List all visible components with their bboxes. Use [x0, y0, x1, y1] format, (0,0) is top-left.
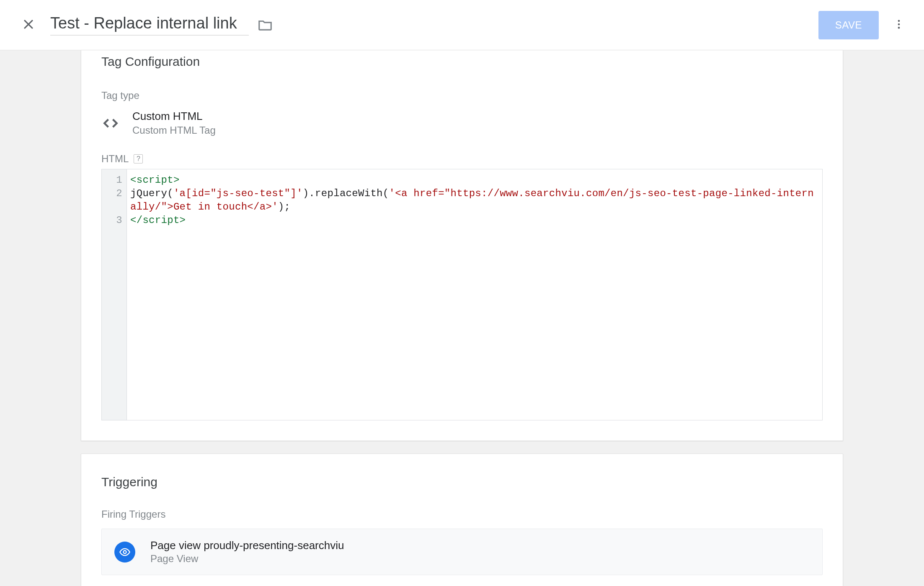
html-code-editor[interactable]: 1 2 3 <script> jQuery('a[id="js-seo-test…: [101, 169, 823, 420]
code-token: 'a[id="js-seo-test"]': [173, 188, 303, 199]
svg-point-2: [898, 20, 900, 22]
tag-type-row[interactable]: Custom HTML Custom HTML Tag: [101, 110, 823, 136]
content: Tag Configuration Tag type Custom HTML C…: [0, 50, 924, 586]
section-title-tag-config: Tag Configuration: [101, 50, 823, 69]
help-icon[interactable]: ?: [134, 154, 143, 163]
svg-point-3: [898, 23, 900, 25]
close-button[interactable]: [20, 17, 37, 34]
firing-trigger-row[interactable]: Page view proudly-presenting-searchviu P…: [101, 529, 823, 575]
code-token: ).replaceWith(: [303, 188, 389, 199]
trigger-sub: Page View: [150, 553, 344, 565]
line-number-blank: [102, 200, 122, 214]
save-button[interactable]: SAVE: [818, 11, 879, 39]
code-token: </script>: [130, 215, 186, 226]
more-menu-button[interactable]: [890, 17, 907, 34]
line-number: 3: [102, 214, 122, 227]
triggering-panel[interactable]: Triggering Firing Triggers Page view pro…: [81, 454, 843, 586]
html-field-label: HTML: [101, 153, 129, 165]
code-token: <script>: [130, 174, 180, 186]
code-icon: [101, 114, 120, 132]
tag-configuration-panel[interactable]: Tag Configuration Tag type Custom HTML C…: [81, 50, 843, 441]
tag-type-label: Tag type: [101, 90, 823, 101]
line-number: 2: [102, 187, 122, 200]
html-label-row: HTML ?: [101, 153, 823, 165]
folder-icon[interactable]: [257, 17, 273, 33]
tag-type-sub: Custom HTML Tag: [132, 124, 216, 136]
title-area: [50, 14, 273, 36]
trigger-name: Page view proudly-presenting-searchviu: [150, 539, 344, 552]
more-vert-icon: [893, 18, 905, 32]
svg-point-5: [124, 550, 126, 553]
tag-type-name: Custom HTML: [132, 110, 216, 123]
code-token: jQuery(: [130, 188, 173, 199]
header-actions: SAVE: [818, 11, 907, 39]
trigger-text: Page view proudly-presenting-searchviu P…: [150, 539, 344, 565]
firing-triggers-label: Firing Triggers: [101, 508, 823, 520]
editor-gutter: 1 2 3: [102, 169, 127, 420]
close-icon: [21, 17, 36, 33]
section-title-triggering: Triggering: [101, 471, 823, 489]
svg-point-4: [898, 26, 900, 29]
tag-type-text: Custom HTML Custom HTML Tag: [132, 110, 216, 136]
pageview-icon: [114, 542, 135, 563]
code-token: );: [278, 201, 290, 213]
line-number: 1: [102, 174, 122, 187]
tag-name-input[interactable]: [50, 14, 249, 36]
editor-code[interactable]: <script> jQuery('a[id="js-seo-test"]').r…: [127, 169, 822, 420]
header-bar: SAVE: [0, 0, 924, 50]
